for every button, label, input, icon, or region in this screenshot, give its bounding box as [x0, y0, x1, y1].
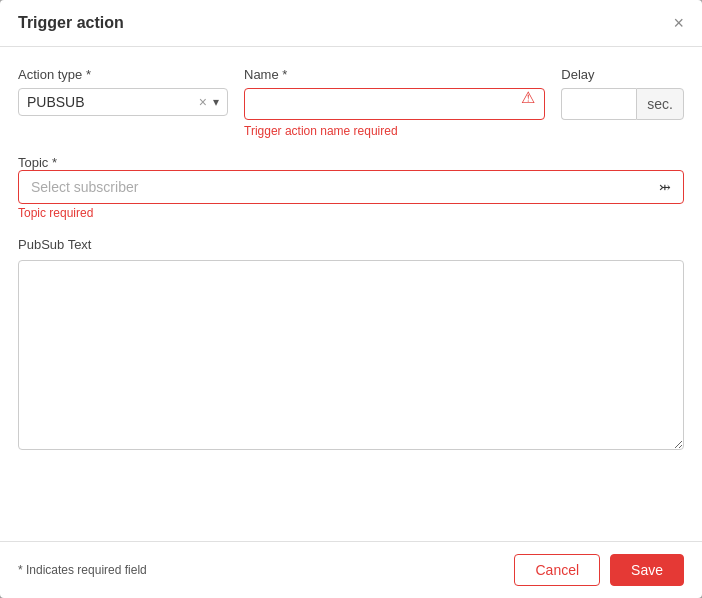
action-type-group: Action type * PUBSUB × ▾ [18, 67, 228, 138]
save-button[interactable]: Save [610, 554, 684, 586]
trigger-action-modal: Trigger action × Action type * PUBSUB × … [0, 0, 702, 598]
action-type-select[interactable]: PUBSUB × ▾ [18, 88, 228, 116]
name-error-message: Trigger action name required [244, 124, 545, 138]
topic-chevron-down-icon: ⤔ [659, 179, 671, 195]
chevron-down-icon: ▾ [213, 95, 219, 109]
action-type-value: PUBSUB [27, 94, 197, 110]
topic-section: Topic * Select subscriber ⤔ Topic requir… [18, 154, 684, 220]
topic-select[interactable]: Select subscriber ⤔ [18, 170, 684, 204]
delay-label: Delay [561, 67, 684, 82]
action-type-clear-button[interactable]: × [197, 94, 209, 110]
error-icon: ⚠ [521, 88, 535, 107]
topic-placeholder: Select subscriber [31, 179, 659, 195]
name-group: Name * ⚠ Trigger action name required [244, 67, 545, 138]
pubsub-section: PubSub Text [18, 236, 684, 453]
delay-group: Delay sec. [561, 67, 684, 138]
delay-unit: sec. [636, 88, 684, 120]
modal-body: Action type * PUBSUB × ▾ Name * ⚠ Trigge… [0, 47, 702, 541]
modal-header: Trigger action × [0, 0, 702, 47]
cancel-button[interactable]: Cancel [514, 554, 600, 586]
close-button[interactable]: × [673, 14, 684, 32]
delay-input[interactable] [561, 88, 636, 120]
action-type-label: Action type * [18, 67, 228, 82]
topic-label: Topic * [18, 155, 57, 170]
name-label: Name * [244, 67, 545, 82]
required-note: * Indicates required field [18, 563, 147, 577]
pubsub-text-input[interactable] [18, 260, 684, 450]
modal-title: Trigger action [18, 14, 124, 32]
pubsub-text-label: PubSub Text [18, 237, 91, 252]
modal-footer: * Indicates required field Cancel Save [0, 541, 702, 598]
delay-row: sec. [561, 88, 684, 120]
name-input-wrapper: ⚠ [244, 88, 545, 120]
modal-overlay: Trigger action × Action type * PUBSUB × … [0, 0, 702, 598]
topic-error-message: Topic required [18, 206, 93, 220]
footer-buttons: Cancel Save [514, 554, 684, 586]
top-fields-row: Action type * PUBSUB × ▾ Name * ⚠ Trigge… [18, 67, 684, 138]
name-input[interactable] [244, 88, 545, 120]
